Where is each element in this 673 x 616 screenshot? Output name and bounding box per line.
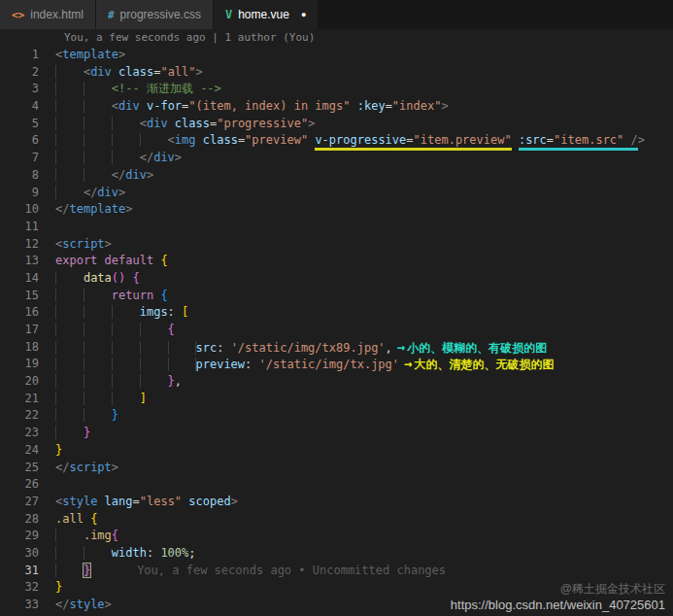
code-token: }: [55, 580, 62, 594]
unsaved-changes-dot-icon[interactable]: ●: [301, 10, 306, 19]
line-number[interactable]: 14: [0, 270, 39, 288]
line-number[interactable]: 28: [0, 511, 39, 529]
line-number[interactable]: 20: [0, 373, 39, 391]
code-line-13[interactable]: 13export default {: [0, 253, 673, 270]
code-line-26[interactable]: 26: [0, 476, 673, 494]
line-number[interactable]: 24: [0, 442, 39, 460]
code-token: </: [84, 186, 97, 199]
code-token: >: [112, 461, 118, 474]
code-token: "less": [140, 495, 182, 508]
code-token: >: [118, 48, 125, 61]
indent-guide: [55, 168, 112, 182]
code-line-29[interactable]: 29 .img{: [0, 528, 673, 545]
code-token: "item.src": [554, 133, 623, 151]
line-number[interactable]: 4: [0, 98, 39, 116]
code-token: style: [69, 598, 104, 611]
code-area: 1<template>2 <div class="all">3 <!-- 渐进加…: [0, 47, 673, 614]
code-line-2[interactable]: 2 <div class="all">: [0, 64, 673, 82]
code-line-22[interactable]: 22 }: [0, 407, 673, 425]
code-token: "progressive": [217, 117, 308, 130]
code-line-20[interactable]: 20 },: [0, 373, 673, 391]
code-line-21[interactable]: 21 ]: [0, 391, 673, 408]
line-number[interactable]: 19: [0, 356, 39, 373]
line-number[interactable]: 29: [0, 528, 39, 545]
code-line-28[interactable]: 28.all {: [0, 511, 673, 529]
line-number[interactable]: 30: [0, 545, 39, 563]
line-number[interactable]: 21: [0, 391, 39, 408]
line-number[interactable]: 18: [0, 339, 39, 357]
code-token: }: [112, 408, 118, 422]
indent-guide: [55, 374, 168, 388]
code-line-12[interactable]: 12<script>: [0, 236, 673, 254]
git-blame-codelens[interactable]: You, a few seconds ago | 1 author (You): [64, 29, 673, 47]
line-number[interactable]: 3: [0, 81, 39, 98]
code-token: [168, 117, 175, 130]
indent-guide: [55, 289, 112, 302]
code-line-25[interactable]: 25</script>: [0, 460, 673, 477]
code-line-14[interactable]: 14 data() {: [0, 270, 673, 288]
code-content: },: [55, 373, 182, 391]
code-token: "preview": [245, 133, 308, 147]
indent-guide: [55, 82, 112, 95]
tab-progressive-css[interactable]: # progressive.css: [96, 0, 214, 29]
line-number[interactable]: 1: [0, 47, 39, 64]
line-number[interactable]: 32: [0, 579, 39, 597]
code-line-18[interactable]: 18 src: '/static/img/tx89.jpg',→小的、模糊的、有…: [0, 339, 673, 357]
code-line-10[interactable]: 10</template>: [0, 201, 673, 219]
line-number[interactable]: 17: [0, 322, 39, 339]
line-number[interactable]: 7: [0, 150, 39, 167]
line-number[interactable]: 22: [0, 407, 39, 425]
line-number[interactable]: 13: [0, 253, 39, 270]
line-number[interactable]: 11: [0, 219, 39, 236]
code-line-5[interactable]: 5 <div class="progressive">: [0, 116, 673, 133]
code-line-8[interactable]: 8 </div>: [0, 167, 673, 185]
line-number[interactable]: 12: [0, 236, 39, 254]
line-number[interactable]: 31: [0, 563, 39, 580]
code-line-4[interactable]: 4 <div v-for="(item, index) in imgs" :ke…: [0, 98, 673, 116]
code-line-30[interactable]: 30 width: 100%;: [0, 545, 673, 563]
tab-home-vue[interactable]: V home.vue ●: [214, 0, 319, 29]
vscode-window: <> index.html # progressive.css V home.v…: [0, 0, 673, 29]
code-line-6[interactable]: 6 <img class="preview" v-progressive="it…: [0, 132, 673, 150]
tab-index-html[interactable]: <> index.html: [0, 0, 96, 29]
code-line-32[interactable]: 32}: [0, 579, 673, 597]
code-content: <div class="progressive">: [55, 116, 315, 133]
indent-guide: [55, 564, 84, 577]
code-line-11[interactable]: 11: [0, 219, 673, 236]
line-number[interactable]: 23: [0, 425, 39, 442]
code-line-19[interactable]: 19 preview: '/static/img/tx.jpg'→大的、清楚的、…: [0, 356, 673, 373]
code-token: </: [55, 598, 69, 611]
line-number[interactable]: 6: [0, 132, 39, 150]
code-line-1[interactable]: 1<template>: [0, 47, 673, 64]
code-line-17[interactable]: 17 {: [0, 322, 673, 339]
line-number[interactable]: 5: [0, 116, 39, 133]
code-line-27[interactable]: 27<style lang="less" scoped>: [0, 494, 673, 511]
code-token: script: [69, 461, 111, 474]
code-line-24[interactable]: 24}: [0, 442, 673, 460]
indent-guide: [55, 529, 84, 542]
code-line-7[interactable]: 7 </div>: [0, 150, 673, 167]
line-number[interactable]: 25: [0, 460, 39, 477]
line-number[interactable]: 33: [0, 597, 39, 614]
line-number[interactable]: 10: [0, 201, 39, 219]
indent-guide: [55, 133, 168, 147]
line-number[interactable]: 26: [0, 476, 39, 494]
line-number[interactable]: 2: [0, 64, 39, 82]
code-line-16[interactable]: 16 imgs: [: [0, 304, 673, 322]
code-token: div: [97, 186, 118, 199]
code-line-23[interactable]: 23 }: [0, 425, 673, 442]
line-number[interactable]: 27: [0, 494, 39, 511]
code-line-33[interactable]: 33</style>: [0, 597, 673, 614]
code-token: >: [118, 186, 125, 199]
line-number[interactable]: 9: [0, 185, 39, 202]
code-token: src: [196, 341, 218, 355]
code-line-3[interactable]: 3 <!-- 渐进加载 -->: [0, 81, 673, 98]
code-line-31[interactable]: 31 }You, a few seconds ago • Uncommitted…: [0, 563, 673, 580]
line-number[interactable]: 15: [0, 288, 39, 305]
code-content: }: [55, 407, 118, 425]
line-number[interactable]: 16: [0, 304, 39, 322]
line-number[interactable]: 8: [0, 167, 39, 185]
code-line-9[interactable]: 9 </div>: [0, 185, 673, 202]
code-content: .img{: [55, 528, 118, 545]
code-line-15[interactable]: 15 return {: [0, 288, 673, 305]
